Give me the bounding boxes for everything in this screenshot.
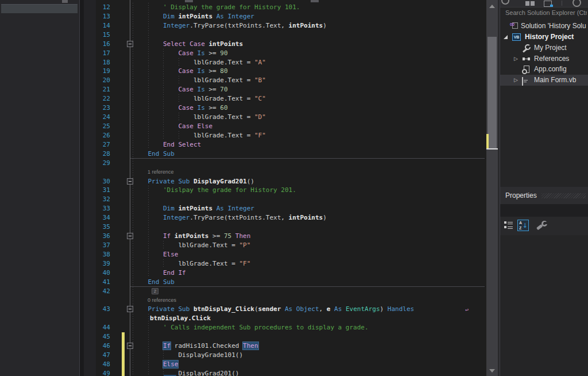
editor-vertical-scrollbar[interactable] (486, 0, 498, 376)
code-line[interactable]: 32 (84, 195, 486, 204)
code-line[interactable]: 33 Dim intPoints As Integer (84, 204, 486, 213)
code-line[interactable]: 35 (84, 222, 486, 232)
code-line[interactable]: 47 DisplayGrade101() (84, 351, 486, 360)
code-line[interactable]: btnDisplay.Click (84, 314, 486, 323)
code-text: DisplayGrad201() (133, 369, 239, 376)
line-number: 38 (84, 250, 110, 259)
sort-alphabetical-icon[interactable]: AZ ↓ (517, 220, 529, 231)
code-line[interactable]: 34 Integer.TryParse(txtPoints.Text, intP… (84, 213, 486, 222)
properties-content[interactable] (500, 235, 588, 376)
code-line[interactable]: 30 Private Sub DisplayGrad201() (84, 177, 486, 186)
codelens-references-link[interactable]: 0 references (148, 297, 176, 303)
code-editor[interactable]: 12 ' Display the grade for History 101.1… (84, 0, 486, 376)
code-text: If radHis101.Checked Then (133, 342, 258, 351)
categorized-icon[interactable] (504, 221, 514, 231)
code-text: Private Sub btnDisplay_Click(sender As O… (133, 305, 414, 314)
chevron-collapsed-icon[interactable]: ▷ (514, 53, 518, 64)
scroll-up-icon[interactable] (489, 5, 495, 8)
code-line[interactable]: 25 Case Else (84, 122, 486, 131)
solution-explorer-search-input[interactable]: Search Solution Explorer (Ctrl+;) (505, 8, 587, 17)
left-panel-header-bar[interactable] (1, 4, 78, 13)
code-line[interactable]: 19 Case Is >= 80 (84, 67, 486, 76)
line-number: 47 (84, 351, 110, 360)
code-line[interactable]: 26 lblGrade.Text = "F" (84, 131, 486, 140)
line-number: 31 (84, 186, 110, 195)
indent-guide (148, 314, 149, 323)
line-number: 16 (84, 40, 110, 49)
tree-item-app-config[interactable]: App.config (500, 64, 588, 75)
line-number: 33 (84, 204, 110, 213)
codelens-references-link[interactable]: 1 reference (148, 169, 174, 175)
indent-guide (148, 332, 149, 342)
code-line[interactable]: 422 (84, 287, 486, 296)
code-line[interactable]: 36 If intPoints >= 75 Then (84, 232, 486, 241)
line-number: 18 (84, 58, 110, 67)
word-wrap-indicator-icon: ↩ (465, 305, 469, 314)
code-line[interactable]: 18 lblGrade.Text = "A" (84, 58, 486, 67)
code-line[interactable]: 16 Select Case intPoints (84, 40, 486, 49)
tree-item-label: Solution 'History Solu (521, 21, 586, 32)
code-text: Case Is >= 60 (133, 103, 228, 113)
code-line[interactable]: 29 (84, 159, 486, 168)
margin-badge[interactable]: 2 (152, 288, 158, 294)
code-line[interactable]: 41 End Sub (84, 278, 486, 287)
code-line[interactable]: 12 ' Display the grade for History 101. (84, 3, 486, 12)
indent-guide (133, 287, 133, 296)
code-line[interactable]: 20 lblGrade.Text = "B" (84, 76, 486, 85)
code-line[interactable]: 40 End If (84, 268, 486, 278)
panel-splitter[interactable] (80, 0, 84, 376)
code-line[interactable]: 23 Case Is >= 60 (84, 103, 486, 113)
back-icon[interactable] (501, 0, 509, 5)
chevron-expanded-icon[interactable] (504, 35, 508, 39)
indent-guide (133, 222, 133, 232)
tree-item-main-form-vb[interactable]: ▷Main Form.vb (500, 75, 588, 86)
tree-item-history-project[interactable]: VBHistory Project (500, 32, 588, 43)
toolbar-sliver-icon (311, 0, 319, 2)
code-line[interactable]: 27 End Select (84, 140, 486, 149)
codelens-row[interactable]: 1 reference (84, 168, 486, 177)
properties-title-bar[interactable]: Properties (500, 187, 588, 204)
scroll-down-icon[interactable] (489, 369, 495, 373)
code-line[interactable]: 24 lblGrade.Text = "D" (84, 113, 486, 122)
code-line[interactable]: 48 Else (84, 360, 486, 369)
code-line[interactable]: 21 Case Is >= 70 (84, 85, 486, 94)
tree-item-my-project[interactable]: My Project (500, 43, 588, 53)
line-number: 29 (84, 159, 110, 168)
code-line[interactable]: 14 Integer.TryParse(txtPoints.Text, intP… (84, 21, 486, 30)
code-line[interactable]: 15 (84, 30, 486, 40)
code-line[interactable]: 43 Private Sub btnDisplay_Click(sender A… (84, 305, 486, 314)
line-number: 17 (84, 49, 110, 58)
line-number: 19 (84, 67, 110, 76)
codelens-row[interactable]: 0 references (84, 296, 486, 305)
code-line[interactable]: 22 lblGrade.Text = "C" (84, 94, 486, 103)
refresh-icon[interactable] (572, 0, 581, 7)
code-line[interactable]: 37 lblGrade.Text = "P" (84, 241, 486, 250)
code-line[interactable]: 45 (84, 332, 486, 342)
properties-object-dropdown[interactable] (500, 204, 588, 217)
code-line[interactable]: 28 End Sub (84, 149, 486, 159)
chevron-collapsed-icon[interactable]: ▷ (514, 75, 518, 86)
code-line[interactable]: 38 Else (84, 250, 486, 259)
code-line[interactable]: 39 lblGrade.Text = "F" (84, 259, 486, 268)
tree-item-references[interactable]: ▷References (500, 53, 588, 64)
code-line[interactable]: 44 ' Calls independent Sub procedures to… (84, 323, 486, 332)
scrollbar-thumb[interactable] (488, 37, 497, 149)
code-line[interactable]: 46 If radHis101.Checked Then (84, 342, 486, 351)
code-text: DisplayGrade101() (133, 351, 243, 360)
property-pages-icon[interactable] (536, 220, 548, 232)
code-lines[interactable]: 12 ' Display the grade for History 101.1… (84, 3, 486, 376)
code-line[interactable]: 49 DisplayGrad201() (84, 369, 486, 376)
code-text: lblGrade.Text = "F" (133, 259, 250, 268)
tree-item-solution-history-solu[interactable]: ∞Solution 'History Solu (500, 21, 588, 32)
code-text: lblGrade.Text = "A" (133, 58, 266, 67)
sync-with-active-document-icon[interactable] (544, 1, 552, 7)
code-line[interactable]: 31 'Dislpay the grade for History 201. (84, 186, 486, 195)
code-text: Integer.TryParse(txtPoints.Text, intPoin… (133, 213, 327, 222)
line-number: 24 (84, 113, 110, 122)
code-text: ' Calls independent Sub procedures to di… (133, 323, 369, 332)
code-line[interactable]: 13 Dim intPoints As Integer (84, 12, 486, 21)
form-icon (522, 75, 531, 86)
collapse-all-icon[interactable] (525, 1, 535, 6)
code-line[interactable]: 17 Case Is >= 90 (84, 49, 486, 58)
references-icon (523, 53, 531, 64)
